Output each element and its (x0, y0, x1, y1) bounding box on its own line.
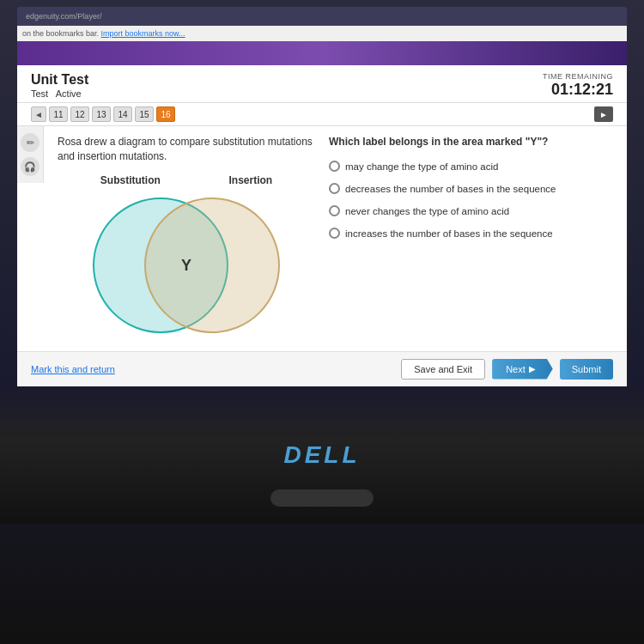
radio-2[interactable] (329, 183, 340, 194)
radio-1[interactable] (329, 161, 340, 172)
right-question-prompt: Which label belongs in the area marked "… (329, 135, 613, 149)
submit-button[interactable]: Submit (560, 359, 613, 380)
pencil-icon[interactable]: ✏ (21, 133, 39, 152)
insertion-label: Insertion (228, 174, 272, 186)
test-title-block: Unit Test Test Active (31, 72, 88, 99)
question-text-left: Rosa drew a diagram to compare substitut… (58, 135, 315, 164)
time-remaining-label: TIME REMAINING (543, 72, 613, 81)
nav-num-12[interactable]: 12 (70, 106, 89, 122)
browser-bar: edgenuity.com/Player/ (17, 7, 627, 26)
answer-option-1[interactable]: may change the type of amino acid (329, 160, 613, 173)
answer-text-2: decreases the number of bases in the seq… (345, 182, 556, 196)
footer: Mark this and return Save and Exit Next … (17, 351, 627, 386)
next-button[interactable]: Next ▶ (492, 359, 553, 380)
answer-option-2[interactable]: decreases the number of bases in the seq… (329, 182, 613, 196)
next-arrow-icon: ▶ (529, 364, 536, 374)
answer-option-4[interactable]: increases the number of bases in the seq… (329, 227, 613, 240)
venn-y-label: Y (181, 257, 191, 274)
right-panel: Which label belongs in the area marked "… (329, 135, 613, 343)
test-header: Unit Test Test Active TIME REMAINING 01:… (17, 65, 627, 103)
nav-num-11[interactable]: 11 (49, 106, 68, 122)
save-exit-button[interactable]: Save and Exit (401, 359, 485, 380)
time-value: 01:12:21 (543, 81, 613, 99)
top-band (17, 41, 627, 65)
left-panel: Rosa drew a diagram to compare substitut… (58, 135, 315, 343)
active-label: Active (56, 88, 82, 99)
radio-3[interactable] (329, 205, 340, 216)
monitor-outer: edgenuity.com/Player/ on the bookmarks b… (0, 0, 644, 644)
next-label: Next (506, 364, 526, 374)
test-title: Unit Test (31, 72, 88, 88)
browser-url: edgenuity.com/Player/ (26, 12, 101, 21)
test-status: Test Active (31, 88, 88, 99)
nav-num-16[interactable]: 16 (156, 106, 175, 122)
play-button[interactable]: ► (594, 106, 613, 122)
question-area-wrapper: ✏ 🎧 Rosa drew a diagram to compare subst… (17, 126, 627, 351)
test-label: Test (31, 88, 48, 99)
headphone-icon[interactable]: 🎧 (21, 157, 39, 176)
venn-diagram: Y (70, 188, 302, 343)
bookmarks-hint: on the bookmarks bar. (22, 29, 99, 38)
substitution-label: Substitution (100, 174, 161, 186)
nav-num-14[interactable]: 14 (113, 106, 132, 122)
answer-text-3: never changes the type of amino acid (345, 204, 509, 218)
prev-button[interactable]: ◄ (31, 106, 46, 122)
venn-svg: Y (70, 188, 302, 343)
bookmarks-bar: on the bookmarks bar. Import bookmarks n… (17, 26, 627, 41)
footer-buttons: Save and Exit Next ▶ Submit (401, 359, 613, 380)
monitor-stand (270, 489, 374, 507)
monitor-base: DELL (0, 386, 644, 524)
diagram-labels: Substitution Insertion (58, 174, 315, 186)
dell-logo: DELL (283, 441, 360, 469)
time-block: TIME REMAINING 01:12:21 (543, 72, 613, 99)
screen-wrapper: Unit Test Test Active TIME REMAINING 01:… (17, 41, 627, 386)
question-area: Rosa drew a diagram to compare substitut… (44, 126, 627, 351)
answer-option-3[interactable]: never changes the type of amino acid (329, 204, 613, 218)
nav-num-15[interactable]: 15 (135, 106, 154, 122)
import-bookmarks-link[interactable]: Import bookmarks now... (101, 29, 185, 38)
mark-return-link[interactable]: Mark this and return (31, 364, 115, 374)
svg-point-1 (145, 198, 279, 332)
nav-num-13[interactable]: 13 (92, 106, 111, 122)
side-icons: ✏ 🎧 (17, 126, 44, 183)
nav-row: ◄ 11 12 13 14 15 16 ► (17, 103, 627, 126)
answer-text-4: increases the number of bases in the seq… (345, 227, 553, 240)
radio-4[interactable] (329, 228, 340, 239)
answer-text-1: may change the type of amino acid (345, 160, 498, 173)
